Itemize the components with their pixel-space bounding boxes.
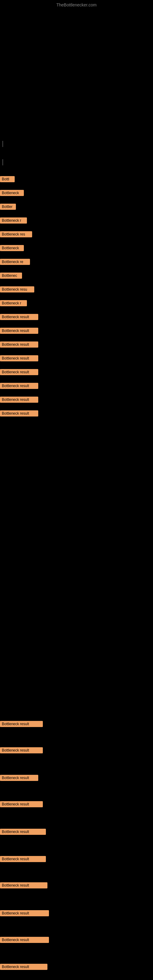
vertical-line-1 [2, 141, 3, 147]
vertical-line-2 [2, 159, 3, 165]
bottleneck-result-item[interactable]: Bottlenec [0, 272, 22, 279]
bottleneck-result-item[interactable]: Bottleneck result [0, 396, 38, 403]
bottleneck-result-item[interactable]: Bottleneck result [0, 369, 38, 375]
bottleneck-result-item[interactable]: Bottleneck result [0, 801, 43, 807]
bottleneck-result-item[interactable]: Bottleneck result [0, 937, 49, 943]
bottleneck-result-item[interactable]: Bottleneck result [0, 775, 38, 781]
bottleneck-result-item[interactable]: Bottleneck res [0, 231, 32, 237]
bottleneck-result-item[interactable]: Bottleneck result [0, 383, 38, 389]
bottleneck-result-item[interactable]: Bottleneck result [0, 964, 48, 970]
bottleneck-result-item[interactable]: Bottleneck result [0, 910, 49, 916]
bottleneck-result-item[interactable]: Bottleneck result [0, 882, 48, 888]
bottleneck-result-item[interactable]: Bottleneck result [0, 342, 38, 348]
bottleneck-result-item[interactable]: Bottleneck result [0, 328, 38, 334]
bottleneck-result-item[interactable]: Bottleneck r [0, 300, 27, 306]
bottleneck-result-item[interactable]: Bottleneck r [0, 218, 27, 224]
bottleneck-result-item[interactable]: Bottleneck result [0, 410, 38, 417]
bottleneck-result-item[interactable]: Bottler [0, 204, 16, 210]
bottleneck-result-item[interactable]: Bottleneck result [0, 856, 46, 862]
bottleneck-result-item[interactable]: Bottleneck resu [0, 286, 34, 293]
site-title: TheBottlenecker.com [56, 2, 97, 7]
bottleneck-result-item[interactable]: Bottleneck [0, 190, 24, 196]
bottleneck-result-item[interactable]: Bottleneck result [0, 721, 43, 727]
bottleneck-result-item[interactable]: Bottleneck result [0, 314, 38, 320]
bottleneck-result-item[interactable]: Bottleneck re [0, 259, 30, 265]
bottleneck-result-item[interactable]: Bottleneck result [0, 355, 38, 361]
bottleneck-result-item[interactable]: Bottleneck result [0, 747, 43, 753]
bottleneck-result-item[interactable]: Bottleneck [0, 245, 24, 251]
bottleneck-result-item[interactable]: Bottleneck result [0, 829, 46, 835]
bottleneck-result-item[interactable]: Bottl [0, 176, 15, 182]
